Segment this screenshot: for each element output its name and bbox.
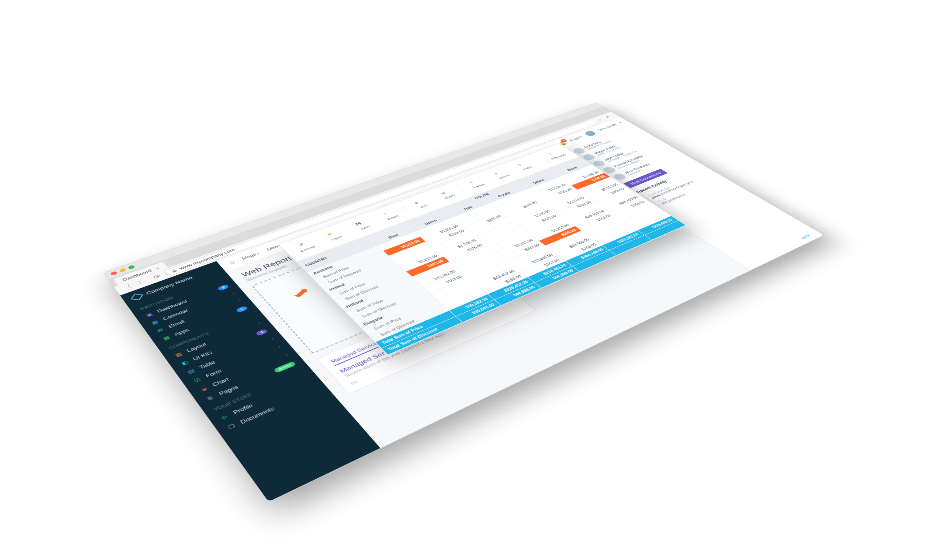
lock-icon: 🔒 (170, 268, 178, 273)
tool-options[interactable]: ⚙Options (486, 168, 516, 182)
documents-icon: ❐ (226, 423, 237, 431)
window-zoom-dot[interactable] (127, 265, 135, 269)
pages-icon: 🗎 (205, 394, 216, 402)
brand-logo-icon (131, 294, 143, 300)
chevron-right-icon: › (284, 353, 288, 357)
user-avatar[interactable] (583, 130, 597, 137)
uikits-icon: ◧ (179, 360, 190, 367)
tool-export[interactable]: ⇩Export (374, 208, 406, 223)
window-close-dot[interactable] (110, 271, 118, 275)
form-icon: ☑ (192, 377, 203, 384)
tool-connect[interactable]: 🔗Connect (288, 238, 322, 255)
window-minimize-dot[interactable] (119, 268, 126, 273)
browser-menu-icon[interactable]: ≡ (604, 114, 615, 119)
chevron-right-icon: › (231, 291, 235, 294)
dashboard-icon: ▣ (144, 312, 154, 318)
notification-count: 3 (560, 139, 568, 143)
tool-grid[interactable]: ▦Grid (405, 197, 437, 211)
tool-format[interactable]: ✎Format (461, 177, 492, 191)
bookmark-star-icon[interactable]: ☆ (595, 117, 607, 122)
chevron-down-icon[interactable]: ▾ (618, 121, 623, 123)
table-icon: ▤ (185, 368, 196, 375)
chevron-right-icon: › (277, 345, 282, 349)
axis-min: 60 (350, 380, 358, 385)
close-icon[interactable]: ✕ (154, 266, 160, 270)
chart-icon: ⬙ (199, 385, 210, 393)
tool-fields[interactable]: ☰Fields (510, 159, 540, 173)
user-name[interactable]: John.Smith (597, 123, 617, 131)
drop-arrow-icon: ➥ (287, 285, 316, 301)
browser-window: Dashboard ✕ 〈 〉 ⟳ 🔒 www.mycompany.com ☆ … (103, 103, 824, 503)
sidebar-badge: 4 (255, 329, 268, 336)
user-icon[interactable]: ☺ (227, 259, 238, 266)
profile-icon: ☺ (219, 413, 230, 421)
chevron-right-icon: › (237, 298, 241, 302)
sidebar-badge: 8 (236, 305, 248, 312)
sidebar-badge: 9 (217, 284, 229, 291)
tool-save[interactable]: 💾Save (346, 217, 379, 234)
language-select[interactable]: English (569, 135, 583, 142)
top-menu-mega[interactable]: Mega (240, 251, 261, 260)
tool-charts[interactable]: 📊Charts (432, 188, 463, 202)
tool-open[interactable]: 📂Open (318, 228, 351, 244)
chevron-right-icon: › (270, 337, 275, 340)
calendar-icon: ▦ (150, 319, 160, 326)
chevron-right-icon: › (257, 321, 261, 325)
apps-icon: ▦ (161, 335, 171, 342)
email-icon: ✉ (155, 327, 165, 333)
layout-icon: ▥ (173, 351, 183, 358)
